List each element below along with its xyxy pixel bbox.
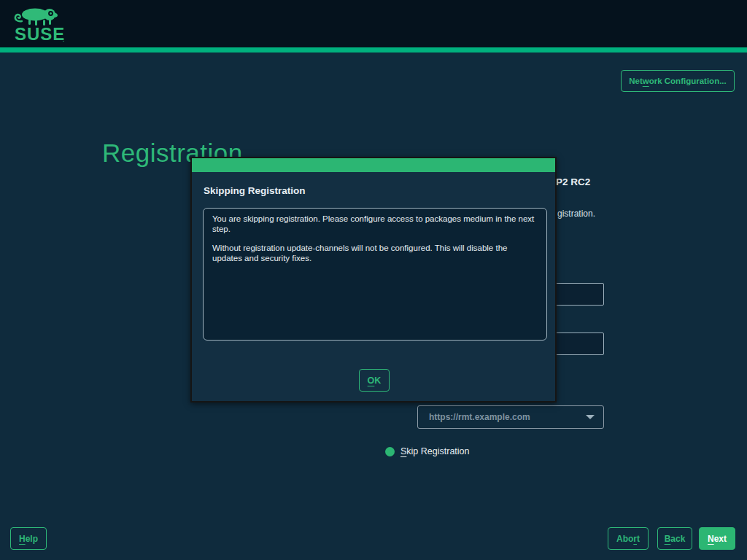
suse-logo-trademark: . xyxy=(63,37,64,42)
instruction-text-fragment: gistration. xyxy=(557,209,595,219)
skip-registration-label: Skip Registration xyxy=(400,446,470,456)
registration-server-value: https://rmt.example.com xyxy=(429,412,586,422)
dialog-message-paragraph: Without registration update-channels wil… xyxy=(212,244,538,263)
suse-logo-text: SUSE xyxy=(15,24,65,44)
product-heading-fragment: P2 RC2 xyxy=(556,176,590,187)
registration-server-combobox[interactable]: https://rmt.example.com xyxy=(417,405,604,429)
help-button[interactable]: Help xyxy=(10,527,47,550)
dialog-message-paragraph: You are skipping registration. Please co… xyxy=(212,214,538,234)
chevron-down-icon xyxy=(586,415,595,419)
next-button[interactable]: Next xyxy=(699,527,735,550)
abort-button[interactable]: Abort xyxy=(608,527,649,550)
header-divider xyxy=(0,47,747,52)
back-button[interactable]: Back xyxy=(657,527,692,550)
dialog-message-box: You are skipping registration. Please co… xyxy=(203,208,547,341)
radio-selected-icon xyxy=(385,447,395,456)
network-configuration-button[interactable]: Network Configuration... xyxy=(621,70,735,92)
header-bar: SUSE . xyxy=(0,0,747,47)
dialog-titlebar[interactable] xyxy=(192,158,555,172)
suse-gecko-icon xyxy=(13,7,63,26)
skipping-registration-dialog: Skipping Registration You are skipping r… xyxy=(190,157,557,402)
installer-window: SUSE . Network Configuration... Registra… xyxy=(0,0,747,560)
skip-registration-radio[interactable]: Skip Registration xyxy=(385,446,470,457)
suse-logo: SUSE . xyxy=(10,7,69,43)
network-configuration-label: Net xyxy=(629,77,643,85)
dialog-heading: Skipping Registration xyxy=(204,185,306,196)
ok-button[interactable]: OK xyxy=(359,369,390,392)
